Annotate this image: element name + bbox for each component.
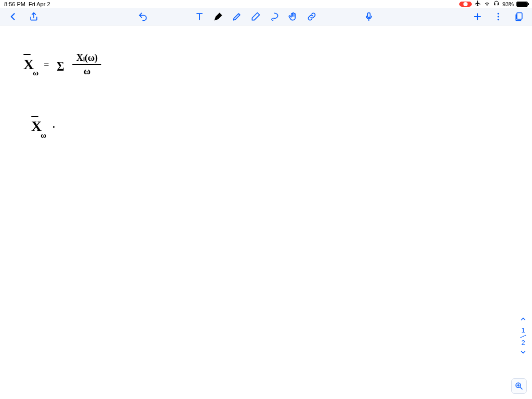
- note-canvas[interactable]: Xω = Σ Xᵢ(ω) ω Xω · 1 2: [0, 25, 532, 399]
- fraction-denominator: ω: [82, 66, 92, 76]
- lasso-tool-button[interactable]: [269, 11, 280, 22]
- equation-1: Xω = Σ Xᵢ(ω) ω: [23, 54, 101, 77]
- page-total: 2: [521, 339, 525, 347]
- pan-tool-button[interactable]: [287, 11, 299, 22]
- microphone-button[interactable]: [363, 11, 375, 22]
- wifi-icon: [484, 0, 490, 8]
- back-button[interactable]: [7, 11, 19, 22]
- eraser-tool-button[interactable]: [250, 11, 261, 22]
- equals-sign: =: [44, 60, 49, 69]
- status-bar: 8:56 PM Fri Apr 2 93%: [0, 0, 532, 8]
- equation-2: Xω ·: [31, 119, 55, 136]
- xbar-symbol: Xω: [23, 57, 39, 74]
- pen-tool-button[interactable]: [212, 11, 224, 22]
- highlighter-tool-button[interactable]: [231, 11, 243, 22]
- undo-button[interactable]: [137, 11, 149, 22]
- toolbar-undo-group: [137, 11, 149, 22]
- toolbar-left: [7, 11, 39, 22]
- battery-percent: 93%: [502, 1, 514, 7]
- xbar-symbol-2: Xω: [31, 119, 47, 136]
- text-tool-button[interactable]: [194, 11, 205, 22]
- page-separator: [520, 335, 526, 338]
- toolbar-right: [472, 11, 525, 22]
- fraction: Xᵢ(ω) ω: [72, 53, 101, 76]
- page-navigator: 1 2: [520, 315, 527, 357]
- screen-record-indicator[interactable]: [459, 2, 472, 7]
- svg-point-0: [498, 12, 499, 14]
- toolbar: [0, 8, 532, 25]
- svg-point-1: [498, 16, 499, 17]
- sigma-symbol: Σ: [57, 60, 64, 73]
- svg-rect-3: [517, 12, 522, 19]
- more-button[interactable]: [493, 11, 504, 22]
- fraction-bar: [72, 64, 101, 65]
- svg-point-2: [498, 19, 499, 20]
- page-down-button[interactable]: [520, 349, 527, 357]
- page-current: 1: [521, 326, 525, 334]
- status-right: 93%: [459, 0, 528, 8]
- toolbar-center: [194, 11, 317, 22]
- add-button[interactable]: [472, 11, 483, 22]
- status-date: Fri Apr 2: [29, 1, 50, 7]
- toolbar-mic-group: [363, 11, 375, 22]
- zoom-in-button[interactable]: [511, 378, 527, 394]
- battery-icon: [516, 2, 528, 7]
- status-left: 8:56 PM Fri Apr 2: [4, 1, 50, 7]
- page-up-button[interactable]: [520, 315, 527, 324]
- share-button[interactable]: [28, 11, 39, 22]
- status-time: 8:56 PM: [4, 1, 25, 7]
- link-tool-button[interactable]: [306, 11, 317, 22]
- fraction-numerator: Xᵢ(ω): [74, 53, 100, 62]
- pages-button[interactable]: [513, 11, 525, 22]
- airplane-icon: [474, 0, 481, 8]
- headphones-icon: [493, 0, 500, 8]
- dot: ·: [52, 123, 55, 132]
